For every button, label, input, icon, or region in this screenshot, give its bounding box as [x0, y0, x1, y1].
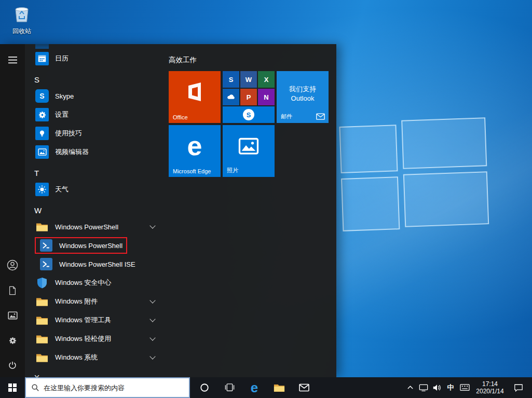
clock-date: 2020/1/14: [472, 388, 508, 395]
word-mini-tile[interactable]: W: [240, 71, 257, 88]
speaker-icon: [432, 384, 442, 391]
group-item-windows-ease-of-access[interactable]: Windows 轻松使用: [25, 330, 168, 348]
folder-icon: [35, 295, 49, 308]
user-account-button[interactable]: [0, 253, 25, 278]
taskbar-search[interactable]: [25, 377, 190, 398]
ime-label: 中: [447, 383, 454, 392]
group-item-label: Windows 管理工具: [55, 315, 111, 325]
start-menu-rail: [0, 44, 25, 377]
app-item-label: 天气: [55, 185, 69, 194]
task-view-icon: [225, 383, 235, 392]
section-header-t[interactable]: T: [25, 166, 39, 180]
app-item-label: Windows 安全中心: [55, 278, 111, 287]
powerpoint-logo-letter: P: [247, 93, 251, 101]
app-item-skype[interactable]: S Skype: [25, 87, 168, 105]
skype-circle-icon: S: [243, 109, 254, 120]
app-item-windows-powershell[interactable]: Windows PowerShell: [25, 236, 168, 255]
section-header-x[interactable]: X: [25, 370, 39, 377]
photos-icon: [238, 138, 259, 156]
search-input[interactable]: [44, 384, 189, 392]
onenote-logo-letter: N: [264, 93, 268, 101]
video-editor-icon: [35, 145, 49, 159]
keyboard-icon: [460, 384, 470, 391]
chevron-down-icon: [149, 297, 155, 303]
tray-overflow-button[interactable]: [403, 377, 417, 398]
app-item-label: Windows PowerShell ISE: [59, 260, 135, 268]
weather-icon: [35, 183, 49, 196]
cortana-icon: [200, 383, 209, 392]
folder-icon: [35, 220, 49, 234]
office-logo-icon: [183, 80, 206, 103]
power-icon: [8, 361, 17, 370]
skype-wide-tile[interactable]: S: [223, 106, 275, 123]
documents-button[interactable]: [0, 278, 25, 303]
chevron-up-icon: [407, 385, 414, 390]
tile-photos[interactable]: 照片: [223, 125, 275, 177]
pictures-button[interactable]: [0, 303, 25, 328]
edge-logo-icon: e: [169, 132, 221, 159]
power-button[interactable]: [0, 353, 25, 377]
app-item-label: Windows PowerShell: [59, 242, 122, 250]
mail-icon: [299, 383, 309, 392]
recycle-bin-icon[interactable]: 回收站: [7, 3, 36, 36]
tile-group-header[interactable]: 高效工作: [169, 56, 197, 65]
word-logo-letter: W: [245, 76, 252, 84]
excel-mini-tile[interactable]: X: [258, 71, 275, 88]
section-letter: W: [34, 206, 42, 215]
edge-icon: e: [251, 381, 258, 394]
task-view-button[interactable]: [218, 377, 241, 398]
skype-logo-letter: S: [229, 76, 234, 84]
app-item-calendar[interactable]: 日历: [25, 49, 168, 68]
edge-taskbar-button[interactable]: e: [243, 377, 266, 398]
settings-button[interactable]: [0, 328, 25, 353]
system-tray: 中 17:14 2020/1/14: [403, 377, 532, 398]
tile-microsoft-edge[interactable]: e Microsoft Edge: [169, 125, 221, 177]
app-item-windows-security[interactable]: Windows 安全中心: [25, 273, 168, 292]
tile-mail-outlook[interactable]: 我们支持 Outlook 邮件: [277, 71, 329, 123]
group-item-windows-system[interactable]: Windows 系统: [25, 348, 168, 367]
tile-label: 邮件: [281, 113, 292, 120]
start-button[interactable]: [0, 377, 25, 398]
group-item-windows-powershell[interactable]: Windows PowerShell: [25, 217, 168, 236]
network-button[interactable]: [417, 377, 430, 398]
app-item-weather[interactable]: 天气: [25, 180, 168, 199]
app-item-settings[interactable]: 设置: [25, 105, 168, 124]
app-item-tips[interactable]: 使用技巧: [25, 124, 168, 143]
onedrive-mini-tile[interactable]: [223, 89, 239, 105]
tile-office-apps-folder[interactable]: S W X P N S: [223, 71, 275, 123]
group-item-windows-accessories[interactable]: Windows 附件: [25, 292, 168, 311]
document-icon: [8, 286, 17, 295]
mail-taskbar-button[interactable]: [293, 377, 316, 398]
action-center-button[interactable]: [508, 377, 529, 398]
tile-office[interactable]: Office: [169, 71, 221, 123]
touch-keyboard-button[interactable]: [457, 377, 472, 398]
clock[interactable]: 17:14 2020/1/14: [472, 380, 508, 395]
chevron-down-icon: [149, 353, 155, 359]
app-item-label: 日历: [55, 54, 69, 63]
volume-button[interactable]: [430, 377, 444, 398]
chevron-down-icon: [149, 335, 155, 340]
windows-logo-icon: [8, 383, 17, 392]
shield-icon: [35, 276, 49, 290]
ime-indicator[interactable]: 中: [444, 377, 457, 398]
excel-logo-letter: X: [264, 76, 269, 84]
section-header-w[interactable]: W: [25, 203, 42, 217]
cortana-button[interactable]: [193, 377, 216, 398]
section-header-s[interactable]: S: [25, 72, 39, 87]
onenote-mini-tile[interactable]: N: [258, 89, 275, 105]
app-item-windows-powershell-ise[interactable]: Windows PowerShell ISE: [25, 255, 168, 273]
app-item-label: 使用技巧: [55, 129, 82, 138]
user-icon: [7, 259, 18, 271]
skype-mini-tile[interactable]: S: [223, 71, 239, 88]
app-item-label: 设置: [55, 110, 69, 119]
powerpoint-mini-tile[interactable]: P: [240, 89, 257, 105]
windows-wallpaper-logo: [337, 115, 490, 242]
chevron-down-icon: [149, 316, 155, 322]
expand-menu-button[interactable]: [0, 48, 25, 73]
group-item-windows-admin-tools[interactable]: Windows 管理工具: [25, 311, 168, 330]
file-explorer-button[interactable]: [268, 377, 291, 398]
gear-icon: [35, 108, 49, 121]
app-item-video-editor[interactable]: 视频编辑器: [25, 143, 168, 161]
folder-icon: [35, 332, 49, 346]
folder-icon: [274, 382, 285, 393]
